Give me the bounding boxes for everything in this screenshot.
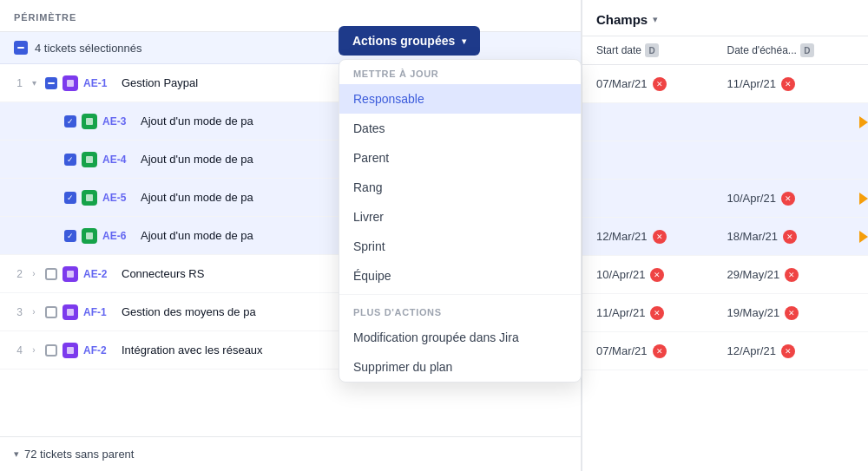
- start-date-cell: 07/Mar/21✕: [596, 77, 724, 91]
- minus-icon: [14, 41, 28, 55]
- col-headers: Start date D Date d'échéa... D: [582, 36, 868, 65]
- orange-arrow: [859, 193, 868, 205]
- ticket-badge: [82, 228, 97, 244]
- ticket-id[interactable]: AF-1: [83, 306, 116, 318]
- orange-arrow: [859, 231, 868, 243]
- ticket-badge: [82, 152, 97, 167]
- due-date-cell: 10/Apr/21✕: [727, 192, 855, 206]
- ticket-id[interactable]: AF-2: [83, 344, 116, 357]
- row-chevron[interactable]: ›: [28, 268, 40, 280]
- start-date-clear[interactable]: ✕: [650, 268, 664, 282]
- start-date-label: Start date: [596, 44, 641, 56]
- right-data-row: 10/Apr/21✕: [582, 180, 868, 218]
- orange-arrow: [859, 116, 868, 128]
- ticket-checkbox[interactable]: [64, 192, 76, 204]
- ticket-id[interactable]: AE-1: [83, 77, 116, 89]
- actions-button-chevron: ▾: [462, 36, 466, 46]
- ticket-checkbox[interactable]: [45, 306, 57, 318]
- right-panel: Champs ▾ Start date D Date d'échéa... D …: [582, 0, 868, 471]
- start-date-clear[interactable]: ✕: [650, 306, 664, 320]
- start-date-clear[interactable]: ✕: [653, 77, 667, 91]
- row-chevron[interactable]: ›: [28, 344, 40, 357]
- ticket-badge: [62, 266, 78, 282]
- row-chevron[interactable]: ▾: [28, 77, 40, 89]
- dropdown-item-livrer[interactable]: Livrer: [339, 202, 581, 232]
- start-date-value: 07/Mar/21: [596, 77, 648, 90]
- right-data-rows: 07/Mar/21✕11/Apr/21✕10/Apr/21✕12/Mar/21✕…: [582, 65, 868, 370]
- right-data-row: 10/Apr/21✕29/May/21✕: [582, 256, 868, 294]
- ticket-checkbox[interactable]: [64, 154, 76, 166]
- start-date-cell: 12/Mar/21✕: [596, 230, 724, 244]
- dropdown-item-equipe[interactable]: Équipe: [339, 261, 581, 291]
- due-date-cell: 29/May/21✕: [727, 268, 855, 282]
- dropdown-item-modif-jira[interactable]: Modification groupée dans Jira: [339, 323, 581, 352]
- ticket-id[interactable]: AE-6: [102, 230, 135, 242]
- due-date-value: 29/May/21: [727, 268, 780, 281]
- due-date-clear[interactable]: ✕: [785, 306, 799, 320]
- row-num: 3: [7, 306, 23, 318]
- perimetre-label: PÉRIMÈTRE: [14, 12, 76, 23]
- dropdown-item-sprint[interactable]: Sprint: [339, 232, 581, 261]
- row-num: 1: [7, 77, 23, 89]
- dropdown-item-responsable[interactable]: Responsable: [339, 84, 581, 114]
- start-date-clear[interactable]: ✕: [653, 344, 667, 358]
- due-date-clear[interactable]: ✕: [781, 192, 795, 206]
- section2-label: PLUS D'ACTIONS: [339, 298, 581, 323]
- dropdown-item-rang[interactable]: Rang: [339, 173, 581, 202]
- start-date-value: 12/Mar/21: [596, 230, 648, 243]
- right-data-row: 07/Mar/21✕11/Apr/21✕: [582, 65, 868, 103]
- right-data-row: 07/Mar/21✕12/Apr/21✕: [582, 332, 868, 370]
- due-date-clear[interactable]: ✕: [785, 268, 799, 282]
- champs-title: Champs: [596, 12, 648, 27]
- perimetre-header: PÉRIMÈTRE: [0, 0, 581, 32]
- dropdown-item-suppr-plan[interactable]: Supprimer du plan: [339, 352, 581, 382]
- ticket-id[interactable]: AE-5: [102, 192, 135, 204]
- start-date-clear[interactable]: ✕: [653, 230, 667, 244]
- due-date-value: 12/Apr/21: [727, 344, 776, 357]
- due-date-value: 18/Mar/21: [727, 230, 779, 243]
- selected-count: 4 tickets sélectionnés: [35, 42, 142, 55]
- bottom-chevron: ▾: [14, 448, 19, 460]
- ticket-badge: [82, 190, 97, 206]
- due-date-clear[interactable]: ✕: [781, 77, 795, 91]
- start-date-value: 07/Mar/21: [596, 344, 648, 357]
- ticket-id[interactable]: AE-2: [83, 268, 116, 280]
- ticket-badge: [62, 75, 78, 91]
- row-num: 4: [7, 344, 23, 357]
- due-date-clear[interactable]: ✕: [783, 230, 797, 244]
- right-data-row: [582, 103, 868, 141]
- row-chevron[interactable]: ›: [28, 306, 40, 318]
- ticket-id[interactable]: AE-3: [102, 115, 135, 128]
- due-date-cell: 18/Mar/21✕: [727, 230, 855, 244]
- right-header: Champs ▾: [582, 0, 868, 36]
- col-header-due-date: Date d'échéa... D: [727, 43, 855, 57]
- ticket-checkbox[interactable]: [64, 230, 76, 242]
- due-date-value: 19/May/21: [727, 306, 780, 319]
- dropdown-item-parent[interactable]: Parent: [339, 143, 581, 173]
- due-date-label: Date d'échéa...: [727, 44, 797, 56]
- col-header-start-date: Start date D: [596, 43, 724, 57]
- dropdown-item-dates[interactable]: Dates: [339, 114, 581, 143]
- ticket-checkbox[interactable]: [64, 115, 76, 128]
- ticket-id[interactable]: AE-4: [102, 154, 135, 166]
- right-data-row: 12/Mar/21✕18/Mar/21✕: [582, 218, 868, 256]
- dropdown-menu: METTRE À JOUR ResponsableDatesParentRang…: [339, 59, 582, 383]
- row-num: 2: [7, 268, 23, 280]
- bottom-text: 72 tickets sans parent: [24, 448, 134, 461]
- due-date-d-badge: D: [800, 43, 814, 57]
- due-date-value: 10/Apr/21: [727, 192, 776, 205]
- ticket-checkbox[interactable]: [45, 77, 57, 89]
- ticket-checkbox[interactable]: [45, 344, 57, 357]
- ticket-badge: [82, 114, 97, 129]
- due-date-clear[interactable]: ✕: [781, 344, 795, 358]
- start-date-value: 10/Apr/21: [596, 268, 645, 281]
- start-date-cell: 11/Apr/21✕: [596, 306, 724, 320]
- due-date-cell: 12/Apr/21✕: [727, 344, 855, 358]
- dropdown-items1: ResponsableDatesParentRangLivrerSprintÉq…: [339, 84, 581, 291]
- ticket-checkbox[interactable]: [45, 268, 57, 280]
- right-data-row: 11/Apr/21✕19/May/21✕: [582, 294, 868, 332]
- dropdown-container: Actions groupées ▾ METTRE À JOUR Respons…: [339, 26, 480, 56]
- actions-groupees-button[interactable]: Actions groupées ▾: [339, 26, 480, 56]
- start-date-cell: 10/Apr/21✕: [596, 268, 724, 282]
- bottom-row[interactable]: ▾ 72 tickets sans parent: [0, 436, 582, 471]
